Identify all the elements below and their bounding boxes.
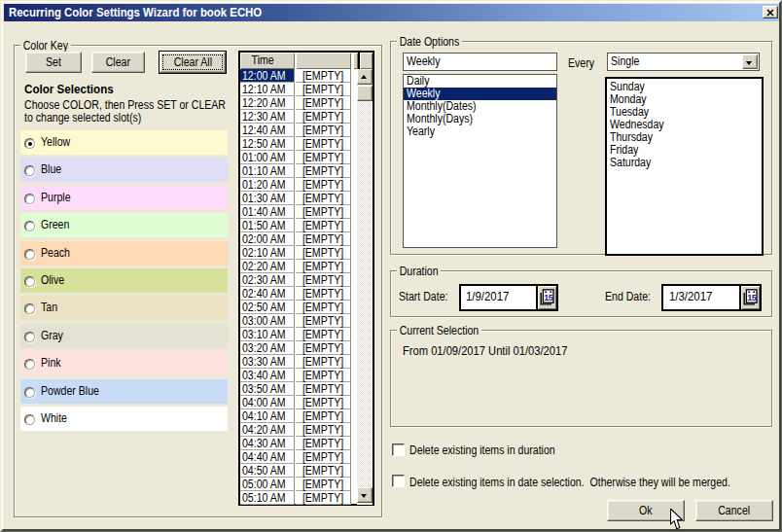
svg-text:15: 15 (747, 293, 757, 302)
svg-text:15: 15 (544, 293, 553, 302)
